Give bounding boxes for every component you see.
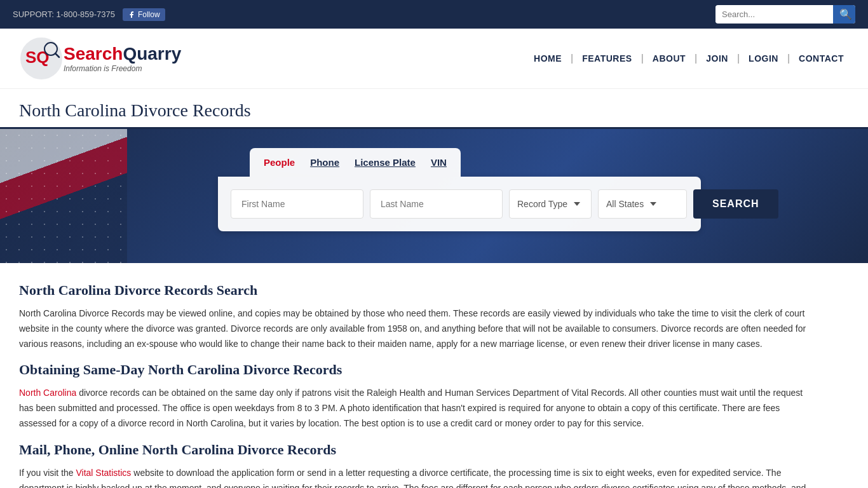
tab-phone[interactable]: Phone (309, 154, 341, 170)
record-type-label: Record Type (517, 199, 567, 209)
top-bar-left: SUPPORT: 1-800-859-7375 Follow (13, 8, 165, 21)
nav-join[interactable]: JOIN (701, 53, 733, 64)
tab-vin[interactable]: VIN (430, 154, 448, 170)
section1-title: North Carolina Divorce Records Search (19, 282, 807, 299)
site-header: SQ SearchQuarry Information is Freedom H… (0, 29, 868, 89)
fb-follow-label: Follow (138, 10, 160, 19)
logo-text: SearchQuarry Information is Freedom (64, 44, 181, 73)
nav-home[interactable]: HOME (529, 53, 567, 64)
nav-about[interactable]: ABOUT (648, 53, 691, 64)
stars-decoration (0, 129, 127, 263)
nav-sep-3: | (695, 53, 697, 64)
all-states-label: All States (606, 199, 644, 209)
fb-follow-button[interactable]: Follow (123, 8, 165, 21)
north-carolina-link[interactable]: North Carolina (19, 388, 76, 398)
section2-body-text: divorce records can be obtained on the s… (19, 388, 803, 428)
nav-features[interactable]: FEATURES (577, 53, 637, 64)
tab-people[interactable]: People (262, 154, 296, 170)
section2-title: Obtaining Same-Day North Carolina Divorc… (19, 362, 807, 378)
nav-sep-5: | (787, 53, 790, 64)
search-tabs: People Phone License Plate VIN (250, 148, 461, 177)
support-text: SUPPORT: 1-800-859-7375 (13, 10, 115, 19)
nav-sep-1: | (571, 53, 573, 64)
all-states-dropdown[interactable]: All States (598, 189, 687, 219)
page-title-area: North Carolina Divorce Records (0, 89, 868, 129)
tab-license-plate[interactable]: License Plate (353, 154, 417, 170)
search-container: People Phone License Plate VIN Record Ty… (218, 148, 701, 231)
top-search-input[interactable] (715, 6, 833, 22)
top-search-bar[interactable]: 🔍 (715, 5, 855, 24)
svg-text:SQ: SQ (25, 48, 50, 67)
hero-section: People Phone License Plate VIN Record Ty… (0, 129, 868, 263)
search-button[interactable]: SEARCH (693, 189, 778, 219)
section3-body-before: If you visit the (19, 468, 76, 478)
section2-body: North Carolina divorce records can be ob… (19, 386, 807, 431)
main-nav: HOME | FEATURES | ABOUT | JOIN | LOGIN |… (529, 53, 849, 64)
section3-body: If you visit the Vital Statistics websit… (19, 466, 807, 488)
top-search-button[interactable]: 🔍 (833, 5, 855, 24)
top-bar: SUPPORT: 1-800-859-7375 Follow 🔍 (0, 0, 868, 29)
nav-sep-2: | (641, 53, 644, 64)
logo-icon: SQ (19, 36, 64, 81)
record-type-chevron-icon (574, 202, 580, 206)
vital-statistics-link[interactable]: Vital Statistics (76, 468, 131, 478)
facebook-icon (128, 11, 135, 18)
all-states-chevron-icon (650, 202, 656, 206)
search-form: Record Type All States SEARCH (218, 177, 701, 231)
nav-contact[interactable]: CONTACT (794, 53, 849, 64)
main-content: North Carolina Divorce Records Search No… (0, 263, 826, 488)
logo-tagline: Information is Freedom (64, 64, 181, 73)
last-name-input[interactable] (370, 189, 503, 219)
section3-title: Mail, Phone, Online North Carolina Divor… (19, 442, 807, 458)
nav-login[interactable]: LOGIN (743, 53, 783, 64)
section3-body-after: website to download the application form… (19, 468, 806, 488)
record-type-dropdown[interactable]: Record Type (509, 189, 592, 219)
logo[interactable]: SQ SearchQuarry Information is Freedom (19, 36, 181, 81)
nav-sep-4: | (737, 53, 740, 64)
section1-body: North Carolina Divorce Records may be vi… (19, 306, 807, 351)
page-title: North Carolina Divorce Records (19, 100, 849, 121)
logo-brand: SearchQuarry (64, 44, 181, 64)
first-name-input[interactable] (231, 189, 363, 219)
